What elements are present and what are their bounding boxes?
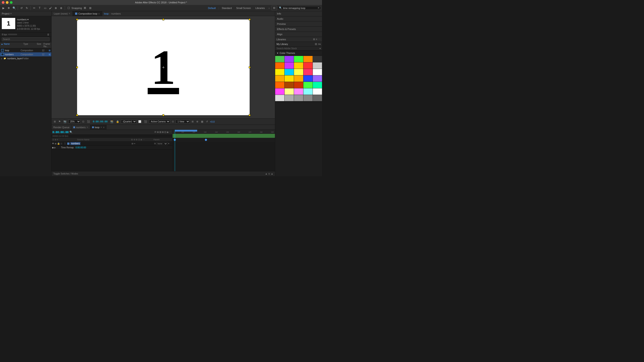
minimize-button[interactable] [6, 1, 8, 4]
info-section-header[interactable]: Info [275, 11, 322, 16]
vc-mode-icon[interactable]: ⬜ [137, 120, 142, 124]
col-size-header[interactable]: Size [37, 43, 44, 48]
color-swatch-1[interactable] [284, 56, 294, 62]
stock-search[interactable]: Search Adobe Stock ▾ [275, 46, 322, 51]
maximize-button[interactable] [10, 1, 12, 4]
handle-bot-left[interactable] [76, 114, 78, 116]
tf-icon-2[interactable]: ⊙ [268, 173, 270, 175]
sublayer-value[interactable]: 0:00:00:00 [76, 146, 86, 149]
tf-icon-3[interactable]: ▲ [271, 173, 273, 175]
color-swatch-15[interactable] [275, 75, 284, 82]
layer-shy-icon[interactable]: ◷ [60, 142, 62, 145]
tl-ctrl-7[interactable]: ⋯ [169, 131, 172, 134]
brush-tool[interactable]: 🖌 [48, 5, 53, 10]
workspace-standard[interactable]: Standard [220, 6, 234, 10]
project-search-input[interactable] [2, 37, 50, 41]
tf-icon-1[interactable]: ▲ [265, 173, 267, 175]
color-swatch-34[interactable] [313, 95, 322, 101]
lib-view-list[interactable]: ≡ [318, 42, 320, 46]
color-swatch-28[interactable] [304, 88, 312, 95]
color-swatch-26[interactable] [284, 88, 294, 95]
handle-top-right[interactable] [249, 18, 250, 20]
stamp-tool[interactable]: ⊕ [53, 5, 58, 10]
project-item-numbers[interactable]: numbers Composition 12 ⊞ [0, 52, 51, 56]
color-swatch-3[interactable] [304, 56, 312, 62]
vc-expand-icon[interactable]: ⬛ [86, 120, 91, 124]
layer-sw-2[interactable]: ✏ [134, 143, 136, 145]
project-item-layers[interactable]: ▶ 📁 numbers_layers Folder [0, 56, 51, 60]
color-swatch-2[interactable] [294, 56, 303, 62]
tl-ctrl-6[interactable]: ◈ [167, 131, 168, 134]
color-swatch-4[interactable] [313, 56, 322, 62]
arrow-tool[interactable]: ▶ [1, 5, 6, 10]
zoom-tool[interactable]: 🔍 [12, 5, 16, 10]
color-swatch-21[interactable] [284, 82, 294, 88]
audio-section-header[interactable]: Audio [275, 16, 322, 21]
vc-flag-icon[interactable]: ⚑ [58, 120, 62, 124]
workspace-default[interactable]: Default [206, 6, 218, 10]
vc-lock-icon[interactable]: 🔒 [115, 120, 120, 124]
color-swatch-19[interactable] [313, 75, 322, 82]
keyframe-mid[interactable] [204, 139, 207, 141]
zoom-select[interactable]: 25% 50% 100% [68, 120, 80, 124]
search-input[interactable] [283, 7, 316, 9]
vc-floor-icon[interactable]: ▦ [200, 120, 204, 124]
layer-sw-1[interactable]: ⊞ [132, 143, 133, 145]
col-type-header[interactable]: Type [23, 43, 37, 48]
handle-mid-right[interactable] [249, 66, 250, 68]
col-name-header[interactable]: ▲ Name [1, 43, 23, 48]
tl-ctrl-2[interactable]: ⊕ [157, 131, 159, 134]
tl-ctrl-1[interactable]: ⟳ [154, 131, 156, 134]
handle-bot-mid[interactable] [162, 114, 164, 116]
handle-bot-right[interactable] [249, 114, 250, 116]
color-swatch-10[interactable] [275, 69, 284, 75]
vc-color-icon[interactable]: ⬛ [143, 120, 148, 124]
clear-search-icon[interactable]: ✕ [318, 6, 320, 9]
numbers-tab-close[interactable]: ✕ [86, 126, 88, 128]
tl-ctrl-4[interactable]: ⊗ [162, 131, 164, 134]
color-swatch-13[interactable] [304, 69, 312, 75]
vc-cam-icon[interactable]: ⊙ [171, 120, 175, 124]
layer-row-1[interactable]: 👁 ◉ 🔒 ◷ 1 numbers ⊞ ✏ [52, 142, 172, 146]
color-swatch-33[interactable] [304, 95, 312, 101]
lib-menu-icon[interactable]: ⋯ [318, 38, 321, 41]
rectangle-tool[interactable]: ▭ [42, 5, 48, 10]
handle-top-mid[interactable] [162, 18, 164, 20]
vc-camera-icon[interactable]: 📷 [62, 120, 68, 124]
handle-mid-left[interactable] [76, 66, 78, 68]
color-swatch-9[interactable] [313, 62, 322, 69]
handle-top-left[interactable] [76, 18, 78, 20]
color-swatch-6[interactable] [284, 62, 294, 69]
preview-section-header[interactable]: Preview [275, 21, 322, 26]
lib-grid-icon[interactable]: ⊞ [313, 38, 315, 41]
playhead[interactable] [175, 130, 175, 171]
layer-solo-icon[interactable]: ◉ [55, 142, 57, 145]
color-swatch-8[interactable] [304, 62, 312, 69]
tab-numbers[interactable]: numbers ✕ [72, 125, 90, 130]
effects-presets-header[interactable]: Effects & Presets [275, 27, 322, 31]
workspace-small-screen[interactable]: Small Screen [234, 6, 252, 10]
quality-select[interactable]: (Quarter) (Half) (Full) [121, 120, 136, 124]
color-swatch-24[interactable] [313, 82, 322, 88]
tab-render-queue[interactable]: Render Queue [52, 125, 72, 130]
vc-grid-icon[interactable]: ⊞ [53, 120, 57, 124]
vc-fit-icon[interactable]: ⊡ [81, 120, 85, 124]
sublayer-play-icon[interactable]: ▶ [54, 146, 56, 149]
puppet-tool[interactable]: ⊗ [59, 5, 64, 10]
tl-ctrl-3[interactable]: ⊞ [159, 131, 161, 134]
vc-reset-icon[interactable]: ↺ [205, 120, 209, 124]
vc-layout-icon[interactable]: ⊞ [191, 120, 194, 124]
trash-icon[interactable]: 🗑 [47, 33, 50, 36]
color-swatch-29[interactable] [313, 88, 322, 95]
work-area-bar[interactable] [175, 130, 197, 132]
anchor-point[interactable] [162, 66, 164, 68]
hand-tool[interactable]: ✥ [6, 5, 11, 10]
lib-view-grid[interactable]: ⊞ [315, 42, 317, 46]
loop-tab-close[interactable]: ✕ [100, 126, 102, 128]
text-tool[interactable]: T [37, 5, 42, 10]
tab-layer-none[interactable]: Layer (none) ✕ [52, 11, 73, 16]
rotate-tool[interactable]: ↺ [19, 5, 24, 10]
tl-ctrl-5[interactable]: ⊡ [164, 131, 166, 134]
project-item-loop[interactable]: loop Composition 12 ⊞ [0, 48, 51, 52]
color-swatch-18[interactable] [304, 75, 312, 82]
